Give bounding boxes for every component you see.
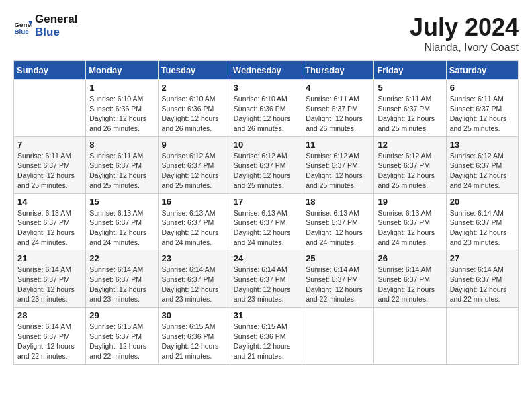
calendar-cell: 7Sunrise: 6:11 AM Sunset: 6:37 PM Daylig… [14, 136, 86, 193]
day-info: Sunrise: 6:13 AM Sunset: 6:37 PM Dayligh… [378, 208, 442, 248]
month-year: July 2024 [410, 13, 519, 42]
day-number: 4 [306, 83, 370, 93]
day-number: 22 [89, 253, 154, 263]
day-info: Sunrise: 6:15 AM Sunset: 6:37 PM Dayligh… [89, 322, 154, 361]
page-header: General Blue General Blue July 2024 Nian… [13, 13, 519, 54]
day-info: Sunrise: 6:14 AM Sunset: 6:37 PM Dayligh… [17, 322, 82, 361]
calendar-cell: 10Sunrise: 6:12 AM Sunset: 6:37 PM Dayli… [230, 136, 302, 193]
calendar-cell: 17Sunrise: 6:13 AM Sunset: 6:37 PM Dayli… [230, 193, 302, 250]
day-number: 19 [378, 197, 442, 207]
calendar-week-2: 7Sunrise: 6:11 AM Sunset: 6:37 PM Daylig… [14, 136, 519, 193]
day-number: 14 [17, 197, 82, 207]
day-info: Sunrise: 6:14 AM Sunset: 6:37 PM Dayligh… [89, 265, 154, 304]
calendar-cell: 18Sunrise: 6:13 AM Sunset: 6:37 PM Dayli… [302, 193, 374, 250]
calendar-cell [374, 308, 446, 365]
day-number: 25 [306, 253, 370, 263]
calendar-cell: 11Sunrise: 6:12 AM Sunset: 6:37 PM Dayli… [302, 136, 374, 193]
calendar-cell: 6Sunrise: 6:11 AM Sunset: 6:37 PM Daylig… [446, 80, 518, 137]
day-info: Sunrise: 6:13 AM Sunset: 6:37 PM Dayligh… [162, 208, 226, 248]
calendar-cell: 26Sunrise: 6:14 AM Sunset: 6:37 PM Dayli… [374, 250, 446, 308]
day-info: Sunrise: 6:14 AM Sunset: 6:37 PM Dayligh… [17, 265, 82, 304]
calendar-table: SundayMondayTuesdayWednesdayThursdayFrid… [13, 60, 519, 365]
day-number: 29 [89, 310, 154, 320]
location: Nianda, Ivory Coast [410, 42, 519, 54]
calendar-week-4: 21Sunrise: 6:14 AM Sunset: 6:37 PM Dayli… [14, 250, 519, 308]
calendar-cell [446, 308, 518, 365]
day-number: 9 [162, 140, 226, 150]
calendar-cell: 19Sunrise: 6:13 AM Sunset: 6:37 PM Dayli… [374, 193, 446, 250]
day-info: Sunrise: 6:15 AM Sunset: 6:36 PM Dayligh… [162, 322, 226, 361]
calendar-cell: 1Sunrise: 6:10 AM Sunset: 6:36 PM Daylig… [86, 80, 158, 137]
calendar-cell: 4Sunrise: 6:11 AM Sunset: 6:37 PM Daylig… [302, 80, 374, 137]
calendar-cell: 12Sunrise: 6:12 AM Sunset: 6:37 PM Dayli… [374, 136, 446, 193]
day-info: Sunrise: 6:14 AM Sunset: 6:37 PM Dayligh… [450, 208, 515, 248]
day-info: Sunrise: 6:14 AM Sunset: 6:37 PM Dayligh… [378, 265, 442, 304]
calendar-cell: 30Sunrise: 6:15 AM Sunset: 6:36 PM Dayli… [158, 308, 230, 365]
day-number: 7 [17, 140, 82, 150]
calendar-cell: 15Sunrise: 6:13 AM Sunset: 6:37 PM Dayli… [86, 193, 158, 250]
day-number: 17 [234, 197, 298, 207]
day-number: 24 [234, 253, 298, 263]
calendar-week-3: 14Sunrise: 6:13 AM Sunset: 6:37 PM Dayli… [14, 193, 519, 250]
calendar-cell: 28Sunrise: 6:14 AM Sunset: 6:37 PM Dayli… [14, 308, 86, 365]
calendar-cell: 14Sunrise: 6:13 AM Sunset: 6:37 PM Dayli… [14, 193, 86, 250]
day-info: Sunrise: 6:13 AM Sunset: 6:37 PM Dayligh… [89, 208, 154, 248]
calendar-week-1: 1Sunrise: 6:10 AM Sunset: 6:36 PM Daylig… [14, 80, 519, 137]
weekday-header-friday: Friday [374, 61, 446, 80]
weekday-header-row: SundayMondayTuesdayWednesdayThursdayFrid… [14, 61, 519, 80]
day-info: Sunrise: 6:12 AM Sunset: 6:37 PM Dayligh… [378, 151, 442, 191]
logo: General Blue General Blue [13, 13, 77, 38]
day-number: 18 [306, 197, 370, 207]
day-number: 12 [378, 140, 442, 150]
day-number: 3 [234, 83, 298, 93]
day-info: Sunrise: 6:14 AM Sunset: 6:37 PM Dayligh… [450, 265, 515, 304]
day-number: 2 [162, 83, 226, 93]
calendar-cell [302, 308, 374, 365]
weekday-header-tuesday: Tuesday [158, 61, 230, 80]
calendar-cell: 13Sunrise: 6:12 AM Sunset: 6:37 PM Dayli… [446, 136, 518, 193]
day-info: Sunrise: 6:13 AM Sunset: 6:37 PM Dayligh… [234, 208, 298, 248]
day-info: Sunrise: 6:13 AM Sunset: 6:37 PM Dayligh… [306, 208, 370, 248]
day-info: Sunrise: 6:11 AM Sunset: 6:37 PM Dayligh… [306, 94, 370, 134]
day-number: 1 [89, 83, 154, 93]
day-info: Sunrise: 6:11 AM Sunset: 6:37 PM Dayligh… [450, 94, 515, 134]
calendar-cell: 9Sunrise: 6:12 AM Sunset: 6:37 PM Daylig… [158, 136, 230, 193]
calendar-cell: 16Sunrise: 6:13 AM Sunset: 6:37 PM Dayli… [158, 193, 230, 250]
day-info: Sunrise: 6:15 AM Sunset: 6:36 PM Dayligh… [234, 322, 298, 361]
day-number: 16 [162, 197, 226, 207]
day-number: 5 [378, 83, 442, 93]
calendar-cell: 5Sunrise: 6:11 AM Sunset: 6:37 PM Daylig… [374, 80, 446, 137]
calendar-cell: 31Sunrise: 6:15 AM Sunset: 6:36 PM Dayli… [230, 308, 302, 365]
day-info: Sunrise: 6:11 AM Sunset: 6:37 PM Dayligh… [378, 94, 442, 134]
calendar-cell: 22Sunrise: 6:14 AM Sunset: 6:37 PM Dayli… [86, 250, 158, 308]
day-info: Sunrise: 6:12 AM Sunset: 6:37 PM Dayligh… [234, 151, 298, 191]
day-info: Sunrise: 6:12 AM Sunset: 6:37 PM Dayligh… [162, 151, 226, 191]
day-info: Sunrise: 6:10 AM Sunset: 6:36 PM Dayligh… [89, 94, 154, 134]
weekday-header-wednesday: Wednesday [230, 61, 302, 80]
calendar-cell: 21Sunrise: 6:14 AM Sunset: 6:37 PM Dayli… [14, 250, 86, 308]
calendar-cell [14, 80, 86, 137]
weekday-header-saturday: Saturday [446, 61, 518, 80]
day-info: Sunrise: 6:10 AM Sunset: 6:36 PM Dayligh… [162, 94, 226, 134]
calendar-cell: 23Sunrise: 6:14 AM Sunset: 6:37 PM Dayli… [158, 250, 230, 308]
calendar-cell: 8Sunrise: 6:11 AM Sunset: 6:37 PM Daylig… [86, 136, 158, 193]
logo-blue: Blue [35, 26, 77, 39]
day-info: Sunrise: 6:14 AM Sunset: 6:37 PM Dayligh… [162, 265, 226, 304]
day-number: 20 [450, 197, 515, 207]
day-number: 21 [17, 253, 82, 263]
logo-icon: General Blue [13, 17, 32, 36]
weekday-header-sunday: Sunday [14, 61, 86, 80]
day-info: Sunrise: 6:12 AM Sunset: 6:37 PM Dayligh… [450, 151, 515, 191]
calendar-week-5: 28Sunrise: 6:14 AM Sunset: 6:37 PM Dayli… [14, 308, 519, 365]
day-number: 30 [162, 310, 226, 320]
day-number: 8 [89, 140, 154, 150]
day-info: Sunrise: 6:13 AM Sunset: 6:37 PM Dayligh… [17, 208, 82, 248]
day-number: 23 [162, 253, 226, 263]
day-number: 31 [234, 310, 298, 320]
day-info: Sunrise: 6:11 AM Sunset: 6:37 PM Dayligh… [89, 151, 154, 191]
day-info: Sunrise: 6:10 AM Sunset: 6:36 PM Dayligh… [234, 94, 298, 134]
day-number: 10 [234, 140, 298, 150]
logo-general: General [35, 13, 77, 26]
calendar-cell: 20Sunrise: 6:14 AM Sunset: 6:37 PM Dayli… [446, 193, 518, 250]
day-number: 13 [450, 140, 515, 150]
